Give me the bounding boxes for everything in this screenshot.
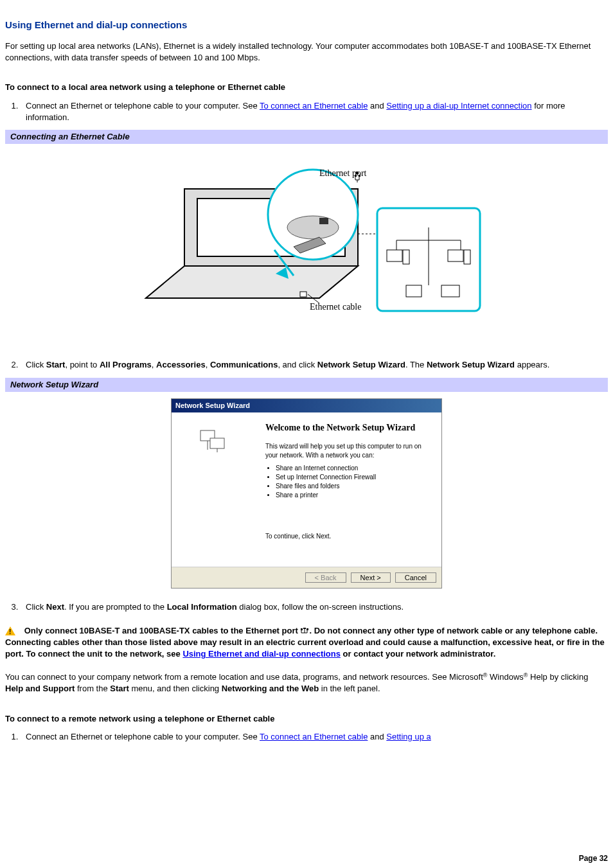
t: , point to — [65, 360, 99, 369]
kw-communications: Communications — [210, 360, 278, 369]
kw-networking-and-the-web: Networking and the Web — [222, 684, 319, 693]
step-3: Click Next. If you are prompted to the L… — [21, 601, 608, 613]
wizard-next-button[interactable]: Next > — [351, 572, 391, 583]
step-1: Connect an Ethernet or telephone cable t… — [21, 100, 608, 123]
wizard-titlebar: Network Setup Wizard — [172, 399, 441, 412]
svg-rect-23 — [387, 250, 402, 261]
t: Click — [26, 360, 46, 369]
svg-rect-10 — [359, 175, 360, 177]
wizard-back-button: < Back — [305, 572, 346, 583]
wizard-cancel-button[interactable]: Cancel — [395, 572, 436, 583]
svg-rect-15 — [356, 172, 359, 174]
svg-rect-27 — [406, 285, 422, 297]
wizard-window: Network Setup Wizard Welcome to the Netw… — [171, 398, 442, 589]
warning-paragraph: Only connect 10BASE-T and 100BASE-TX cab… — [5, 625, 608, 660]
kw-local-information: Local Information — [167, 602, 237, 612]
t: Click — [26, 602, 46, 612]
intro-paragraph: For setting up local area networks (LANs… — [5, 40, 608, 64]
svg-marker-0 — [146, 266, 358, 298]
step1-mid: and — [368, 101, 386, 111]
kw-next: Next — [46, 602, 64, 612]
svg-rect-28 — [441, 285, 459, 297]
t: or contact your network administrator. — [341, 649, 495, 659]
warning-icon — [5, 626, 15, 635]
svg-rect-25 — [448, 250, 463, 261]
step1-text: Connect an Ethernet or telephone cable t… — [26, 101, 260, 111]
kw-start: Start — [110, 684, 129, 693]
kw-all-programs: All Programs — [100, 360, 152, 369]
wizard-bullet: Set up Internet Connection Firewall — [276, 473, 431, 482]
svg-rect-9 — [355, 175, 357, 177]
wizard-desc: This wizard will help you set up this co… — [265, 442, 431, 460]
svg-rect-5 — [319, 218, 328, 224]
link-connect-ethernet-2[interactable]: To connect an Ethernet cable — [260, 732, 368, 741]
svg-rect-26 — [464, 250, 470, 264]
t: , — [152, 360, 156, 369]
wizard-continue: To continue, click Next. — [265, 532, 431, 541]
t: in the left panel. — [319, 684, 380, 693]
wizard-bullet: Share files and folders — [276, 482, 431, 491]
t: . If you are prompted to the — [64, 602, 167, 612]
t: appears. — [515, 360, 549, 369]
section1-heading: To connect to a local area network using… — [5, 82, 608, 93]
kw-network-setup-wizard: Network Setup Wizard — [317, 360, 405, 369]
wizard-heading: Welcome to the Network Setup Wizard — [265, 421, 431, 434]
t: from the — [75, 684, 110, 693]
svg-rect-34 — [301, 628, 303, 630]
wizard-bullet: Share an Internet connection — [276, 464, 431, 473]
section2-heading: To connect to a remote network using a t… — [5, 713, 608, 725]
page-title: Using Ethernet and dial-up connections — [5, 18, 608, 31]
link-setting-up-a[interactable]: Setting up a — [386, 732, 431, 741]
t: Windows — [487, 672, 523, 682]
kw-network-setup-wizard-2: Network Setup Wizard — [427, 360, 515, 369]
t: and — [368, 732, 386, 741]
t: Connect an Ethernet or telephone cable t… — [26, 732, 260, 741]
t: Help by clicking — [528, 672, 588, 682]
svg-rect-31 — [210, 438, 224, 448]
t: menu, and then clicking — [129, 684, 222, 693]
figure-ethernet-cable: Ethernet port Ethernet cable — [5, 150, 608, 346]
link-connect-ethernet[interactable]: To connect an Ethernet cable — [260, 101, 368, 111]
label-ethernet-cable: Ethernet cable — [310, 302, 361, 312]
t: , and click — [278, 360, 317, 369]
figure1-caption: Connecting an Ethernet Cable — [5, 130, 608, 144]
kw-help-and-support: Help and Support — [5, 684, 75, 693]
figure2-caption: Network Setup Wizard — [5, 378, 608, 392]
svg-rect-24 — [403, 250, 409, 264]
t: , — [206, 360, 210, 369]
kw-accessories: Accessories — [156, 360, 206, 369]
wizard-bullets: Share an Internet connection Set up Inte… — [265, 464, 431, 500]
svg-point-4 — [287, 216, 339, 239]
svg-rect-35 — [306, 628, 308, 630]
t: dialog box, follow the on-screen instruc… — [237, 602, 404, 612]
t: You can connect to your company network … — [5, 672, 483, 682]
link-using-ethernet[interactable]: Using Ethernet and dial-up connections — [182, 649, 341, 659]
svg-rect-36 — [303, 628, 306, 629]
link-dialup-setup[interactable]: Setting up a dial-up Internet connection — [386, 101, 531, 111]
remote-paragraph: You can connect to your company network … — [5, 671, 608, 695]
ethernet-port-icon — [300, 627, 309, 635]
svg-rect-16 — [300, 292, 306, 297]
remote-step-1: Connect an Ethernet or telephone cable t… — [21, 731, 608, 743]
t: Only connect 10BASE-T and 100BASE-TX cab… — [24, 626, 301, 635]
kw-start: Start — [46, 360, 66, 369]
wizard-bullet: Share a printer — [276, 491, 431, 500]
wizard-side-graphic — [172, 412, 255, 567]
t: . The — [405, 360, 427, 369]
step-2: Click Start, point to All Programs, Acce… — [21, 359, 608, 371]
